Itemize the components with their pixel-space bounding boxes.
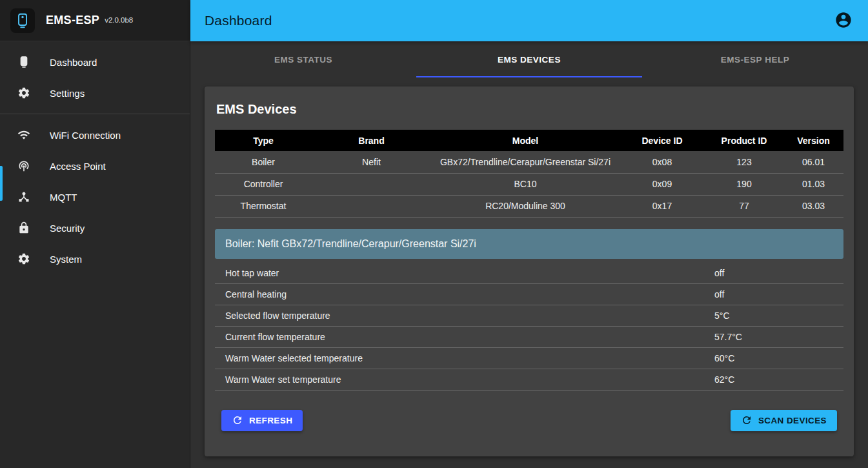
tab-bar: EMS STATUS EMS DEVICES EMS-ESP HELP (190, 41, 868, 77)
cell-product-id: 190 (705, 173, 783, 195)
app-name: EMS-ESP (46, 14, 99, 27)
cell-type: Thermostat (215, 195, 312, 217)
cell-device-id: 0x08 (620, 151, 705, 173)
detail-label: Current flow temperature (225, 332, 714, 342)
detail-row-selected-flow-temp: Selected flow temperature 5°C (215, 305, 843, 327)
column-header-version: Version (783, 130, 843, 151)
detail-value: 5°C (714, 310, 843, 321)
column-header-model: Model (431, 130, 620, 151)
cell-model: RC20/Moduline 300 (431, 195, 620, 217)
cell-model: GBx72/Trendline/Cerapur/Greenstar Si/27i (431, 151, 620, 173)
column-header-device-id: Device ID (620, 130, 705, 151)
detail-row-central-heating: Central heating off (215, 284, 843, 305)
content-area: EMS Devices Type Brand Model Device ID P… (190, 77, 868, 468)
sidebar-header: EMS-ESP v2.0.0b8 (0, 0, 190, 41)
device-detail-header: Boiler: Nefit GBx72/Trendline/Cerapur/Gr… (215, 229, 843, 259)
cell-version: 01.03 (783, 173, 843, 195)
detail-value: 57.7°C (714, 332, 843, 342)
sidebar-item-settings[interactable]: Settings (0, 77, 190, 108)
access-point-icon (17, 159, 30, 172)
account-button[interactable] (834, 11, 854, 30)
sidebar-item-dashboard[interactable]: Dashboard (0, 46, 190, 77)
detail-row-hot-tap-water: Hot tap water off (215, 263, 843, 284)
gear-icon (17, 86, 30, 99)
detail-row-ww-selected-temp: Warm Water selected temperature 60°C (215, 348, 843, 369)
gear-icon (17, 252, 30, 265)
main-column: Dashboard EMS STATUS EMS DEVICES EMS-ESP… (190, 0, 868, 468)
sidebar-item-label: System (50, 254, 82, 265)
refresh-button-label: REFRESH (249, 416, 292, 425)
cell-product-id: 123 (705, 151, 783, 173)
wifi-icon (17, 128, 30, 141)
scan-devices-button[interactable]: SCAN DEVICES (731, 410, 837, 431)
table-header-row: Type Brand Model Device ID Product ID Ve… (215, 130, 843, 151)
cell-type: Controller (215, 173, 312, 195)
cell-brand (312, 173, 431, 195)
detail-label: Selected flow temperature (225, 310, 714, 321)
tab-ems-devices[interactable]: EMS DEVICES (416, 41, 642, 77)
scan-devices-button-label: SCAN DEVICES (758, 416, 827, 425)
column-header-type: Type (215, 130, 312, 151)
dashboard-device-icon (17, 56, 30, 68)
detail-value: 62°C (714, 374, 843, 385)
sidebar-item-label: Security (50, 223, 85, 234)
devices-table: Type Brand Model Device ID Product ID Ve… (215, 130, 843, 218)
cell-model: BC10 (431, 173, 620, 195)
sidebar-item-label: MQTT (50, 192, 77, 203)
cell-brand: Nefit (312, 151, 431, 173)
cell-product-id: 77 (705, 195, 783, 217)
device-hub-icon (17, 190, 30, 203)
card-title: EMS Devices (216, 102, 842, 117)
ems-devices-card: EMS Devices Type Brand Model Device ID P… (205, 86, 854, 456)
detail-row-current-flow-temp: Current flow temperature 57.7°C (215, 327, 843, 348)
app-version: v2.0.0b8 (105, 16, 133, 24)
detail-value: off (714, 289, 843, 300)
sidebar-item-label: Dashboard (50, 57, 97, 68)
cell-brand (312, 195, 431, 217)
device-detail-rows: Hot tap water off Central heating off Se… (215, 263, 843, 391)
table-row-controller[interactable]: Controller BC10 0x09 190 01.03 (215, 173, 843, 195)
sidebar-item-label: WiFi Connection (50, 130, 121, 141)
detail-value: 60°C (714, 353, 843, 363)
sidebar-item-wifi-connection[interactable]: WiFi Connection (0, 119, 190, 150)
detail-label: Warm Water selected temperature (225, 353, 714, 363)
refresh-button[interactable]: REFRESH (221, 410, 303, 431)
topbar: Dashboard (190, 0, 868, 41)
tab-ems-esp-help[interactable]: EMS-ESP HELP (642, 41, 868, 77)
detail-value: off (714, 268, 843, 278)
app-root: EMS-ESP v2.0.0b8 Dashboard Settings (0, 0, 868, 468)
account-circle-icon (834, 11, 853, 29)
sidebar-item-security[interactable]: Security (0, 212, 190, 243)
sidebar-item-label: Access Point (50, 161, 106, 172)
sidebar-item-access-point[interactable]: Access Point (0, 150, 190, 181)
detail-label: Central heating (225, 289, 714, 300)
sidebar-item-system[interactable]: System (0, 243, 190, 274)
sidebar-nav: Dashboard Settings WiFi Connection Acc (0, 41, 190, 274)
refresh-icon (741, 414, 752, 426)
cell-version: 06.01 (783, 151, 843, 173)
table-row-thermostat[interactable]: Thermostat RC20/Moduline 300 0x17 77 03.… (215, 195, 843, 217)
cell-version: 03.03 (783, 195, 843, 217)
sidebar: EMS-ESP v2.0.0b8 Dashboard Settings (0, 0, 190, 468)
detail-row-ww-set-temp: Warm Water set temperature 62°C (215, 369, 843, 391)
card-actions: REFRESH SCAN DEVICES (215, 410, 843, 431)
cell-device-id: 0x09 (620, 173, 705, 195)
sidebar-item-label: Settings (50, 88, 85, 99)
sidebar-item-mqtt[interactable]: MQTT (0, 181, 190, 212)
cell-type: Boiler (215, 151, 312, 173)
sidebar-scrollbar[interactable] (0, 166, 3, 201)
app-logo-icon (10, 8, 35, 33)
cell-device-id: 0x17 (620, 195, 705, 217)
column-header-product-id: Product ID (705, 130, 783, 151)
detail-label: Hot tap water (225, 268, 714, 278)
tab-ems-status[interactable]: EMS STATUS (190, 41, 416, 77)
detail-label: Warm Water set temperature (225, 374, 714, 385)
table-row-boiler[interactable]: Boiler Nefit GBx72/Trendline/Cerapur/Gre… (215, 151, 843, 173)
page-title: Dashboard (205, 13, 272, 28)
column-header-brand: Brand (312, 130, 431, 151)
lock-icon (17, 221, 30, 234)
sidebar-divider (0, 114, 190, 114)
refresh-icon (232, 414, 243, 426)
